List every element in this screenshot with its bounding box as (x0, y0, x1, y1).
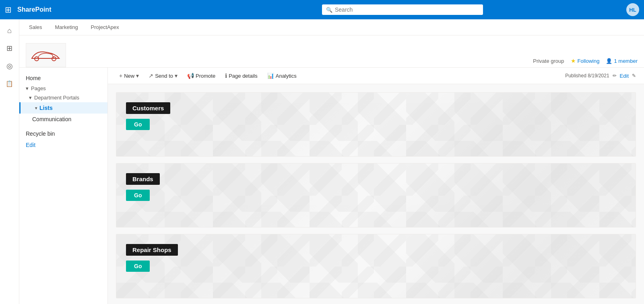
card-content-customers: Customers Go (126, 102, 170, 130)
send-chevron-icon: ▾ (175, 72, 178, 79)
card-background (116, 93, 636, 156)
user-avatar[interactable]: HL (626, 3, 639, 16)
nav-home[interactable]: Home (19, 72, 107, 84)
card-go-button-customers[interactable]: Go (126, 119, 150, 130)
left-nav: Home ▾ Pages ▾ Department Portals ▾ List… (19, 68, 108, 304)
tab-projectapex[interactable]: ProjectApex (88, 23, 122, 32)
analytics-button[interactable]: 📊 Analytics (264, 71, 300, 81)
chevron-dept-icon: ▾ (29, 95, 32, 101)
sub-header: Sales Marketing ProjectApex (19, 19, 644, 35)
new-label: New (124, 73, 134, 79)
plus-icon: + (119, 72, 122, 79)
published-label: Published 8/19/2021 (565, 73, 609, 79)
send-icon: ↗ (149, 72, 153, 79)
star-icon: ★ (571, 58, 576, 64)
new-button[interactable]: + New ▾ (116, 71, 142, 81)
card-go-button-repair-shops[interactable]: Go (126, 261, 150, 272)
search-icon: 🔍 (326, 7, 332, 13)
site-meta: Private group ★ Following 👤 1 member (533, 58, 638, 67)
waffle-icon[interactable]: ⊞ (5, 5, 12, 14)
nav-lists[interactable]: ▾ Lists (19, 102, 107, 114)
pages-label: Pages (31, 85, 46, 91)
list-item: Brands Go (116, 163, 636, 227)
card-background (116, 234, 636, 298)
left-rail: ⌂ ⊞ ◎ 📋 (0, 19, 19, 304)
tab-marketing[interactable]: Marketing (52, 23, 81, 32)
search-input[interactable] (335, 6, 479, 13)
cards-area: Customers Go Brands Go Repair Shops Go (108, 84, 644, 304)
nav-pages-section[interactable]: ▾ Pages (19, 84, 107, 93)
analytics-label: Analytics (276, 73, 297, 79)
send-to-label: Send to (155, 73, 173, 79)
following-label: Following (578, 58, 600, 64)
pencil-icon: ✏ (613, 73, 617, 79)
content-area: Home ▾ Pages ▾ Department Portals ▾ List… (19, 68, 644, 304)
following-button[interactable]: ★ Following (571, 58, 600, 64)
tab-sales[interactable]: Sales (26, 23, 45, 32)
dept-portals-label: Department Portals (34, 95, 79, 101)
nav-communication[interactable]: Communication (19, 114, 107, 125)
rail-home-icon[interactable]: ⌂ (2, 23, 18, 39)
card-title-repair-shops: Repair Shops (126, 244, 178, 256)
rail-apps-icon[interactable]: ⊞ (2, 40, 18, 56)
new-chevron-icon: ▾ (136, 72, 139, 79)
lists-label: Lists (39, 105, 53, 111)
members-count: 1 member (614, 58, 638, 64)
visibility-label: Private group (533, 58, 564, 64)
card-background (116, 163, 636, 227)
main-content: + New ▾ ↗ Send to ▾ 📢 Promote ℹ Page det… (108, 68, 644, 304)
search-box: 🔍 (322, 4, 483, 15)
rail-activity-icon[interactable]: ◎ (2, 58, 18, 74)
page-toolbar: + New ▾ ↗ Send to ▾ 📢 Promote ℹ Page det… (108, 68, 644, 84)
site-header: Private group ★ Following 👤 1 member (19, 35, 644, 68)
topbar: ⊞ SharePoint 🔍 HL (0, 0, 644, 19)
rail-notes-icon[interactable]: 📋 (2, 76, 18, 92)
chevron-pages-icon: ▾ (26, 85, 29, 91)
card-content-repair-shops: Repair Shops Go (126, 244, 178, 272)
info-icon: ℹ (225, 72, 227, 79)
card-title-customers: Customers (126, 102, 170, 114)
person-icon: 👤 (606, 58, 612, 64)
communication-label: Communication (32, 116, 71, 122)
edit-nav-label: Edit (26, 142, 35, 148)
card-content-brands: Brands Go (126, 173, 160, 201)
site-logo (26, 43, 66, 67)
list-item: Repair Shops Go (116, 234, 636, 298)
card-title-brands: Brands (126, 173, 160, 185)
edit-page-icon[interactable]: ✎ (632, 73, 636, 79)
edit-page-link[interactable]: Edit (620, 73, 629, 79)
page-meta: Published 8/19/2021 ✏ Edit ✎ (565, 73, 636, 79)
nav-recycle-bin[interactable]: Recycle bin (19, 128, 107, 139)
page-details-button[interactable]: ℹ Page details (222, 71, 261, 81)
card-go-button-brands[interactable]: Go (126, 190, 150, 201)
promote-label: Promote (196, 73, 215, 79)
members-link[interactable]: 👤 1 member (606, 58, 638, 64)
nav-dept-portals[interactable]: ▾ Department Portals (19, 93, 107, 102)
chart-icon: 📊 (267, 72, 274, 79)
app-title: SharePoint (17, 6, 51, 13)
list-item: Customers Go (116, 92, 636, 157)
send-to-button[interactable]: ↗ Send to ▾ (145, 71, 181, 81)
promote-button[interactable]: 📢 Promote (184, 71, 219, 81)
page-details-label: Page details (229, 73, 258, 79)
home-label: Home (26, 75, 41, 81)
megaphone-icon: 📢 (187, 72, 194, 79)
nav-edit[interactable]: Edit (19, 139, 107, 151)
recycle-bin-label: Recycle bin (26, 130, 55, 137)
chevron-lists-icon: ▾ (35, 106, 37, 110)
